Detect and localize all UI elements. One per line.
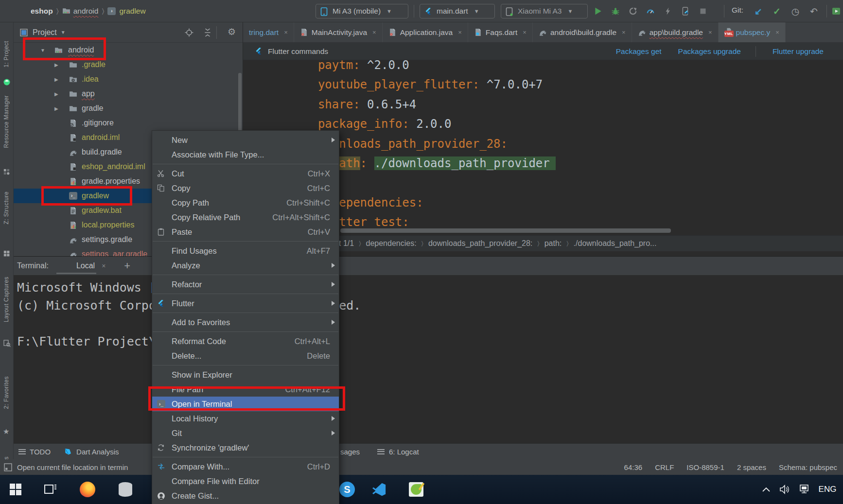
- tab-pubspec-y[interactable]: YMLpubspec.y×: [719, 22, 786, 42]
- tool-button-dart-analysis[interactable]: Dart Analysis: [76, 448, 119, 456]
- tree-item-app[interactable]: ▶app: [14, 87, 243, 101]
- menu-item-copy-path[interactable]: Copy PathCtrl+Shift+C: [152, 195, 339, 210]
- menu-item-refactor[interactable]: Refactor: [152, 277, 339, 292]
- git-revert-button[interactable]: ↶: [808, 5, 820, 17]
- status-iso-8859-1[interactable]: ISO-8859-1: [686, 463, 724, 471]
- window-icon[interactable]: [830, 5, 842, 17]
- git-update-button[interactable]: ↙: [753, 5, 764, 17]
- close-icon[interactable]: ×: [523, 29, 527, 36]
- stripe-button-layout-captures[interactable]: Layout Captures: [3, 277, 10, 322]
- stop-button[interactable]: [697, 5, 709, 17]
- project-view-selector[interactable]: Project: [33, 28, 57, 37]
- stripe-button-resource-manager[interactable]: Resource Manager: [3, 95, 10, 148]
- tree-item-idea[interactable]: ▶.idea: [14, 72, 243, 87]
- task-view-button[interactable]: [42, 481, 59, 498]
- notepadpp-icon[interactable]: [407, 481, 425, 498]
- status-schema-pubspec[interactable]: Schema: pubspec: [779, 463, 837, 471]
- tray-chevron-up-icon[interactable]: [757, 481, 775, 498]
- tree-item-gradle[interactable]: ▶gradle: [14, 101, 243, 116]
- status-2-spaces[interactable]: 2 spaces: [737, 463, 766, 471]
- close-icon[interactable]: ×: [622, 29, 626, 36]
- editor-breadcrumb-downloads-path-pro[interactable]: ./downloads_path_pro...: [574, 239, 657, 248]
- editor-hscrollbar[interactable]: [340, 228, 671, 233]
- breadcrumb-module[interactable]: android: [73, 7, 99, 16]
- firefox-icon[interactable]: [79, 481, 96, 498]
- profiler-button[interactable]: [627, 5, 639, 17]
- tool-button-todo[interactable]: TODO: [30, 448, 51, 456]
- status-64-36[interactable]: 64:36: [624, 463, 643, 471]
- target-device-selector[interactable]: Xiaomi Mi A3 ▼: [501, 4, 588, 18]
- close-icon[interactable]: ×: [458, 29, 462, 36]
- menu-item-associate-with-file-type[interactable]: Associate with File Type...: [152, 147, 339, 162]
- menu-item-cut[interactable]: CutCtrl+X: [152, 166, 339, 181]
- menu-item-local-history[interactable]: Local History: [152, 411, 339, 426]
- variants-icon[interactable]: [3, 168, 11, 176]
- packages-get-link[interactable]: Packages get: [616, 47, 662, 56]
- stripe-button-1-project[interactable]: 1: Project: [3, 41, 10, 68]
- star-icon[interactable]: ★: [3, 427, 11, 435]
- menu-item-add-to-favorites[interactable]: Add to Favorites: [152, 315, 339, 330]
- tab-mainactivity-java[interactable]: MainActivity.java×: [294, 22, 383, 42]
- status-crlf[interactable]: CRLF: [655, 463, 674, 471]
- database-app-icon[interactable]: [117, 481, 134, 498]
- stripe-button-2-favorites[interactable]: 2: Favorites: [3, 376, 10, 409]
- menu-item-reformat-code[interactable]: Reformat CodeCtrl+Alt+L: [152, 334, 339, 348]
- menu-item-paste[interactable]: PasteCtrl+V: [152, 225, 339, 239]
- tree-scrollbar[interactable]: [238, 73, 242, 134]
- flutter-upgrade-link[interactable]: Flutter upgrade: [773, 47, 824, 56]
- menu-item-show-in-explorer[interactable]: Show in Explorer: [152, 367, 339, 382]
- menu-item-git[interactable]: Git: [152, 426, 339, 440]
- volume-icon[interactable]: [776, 481, 793, 498]
- git-history-button[interactable]: ◷: [790, 5, 801, 17]
- editor-breadcrumb-t-1-1[interactable]: t 1/1: [339, 239, 354, 248]
- skype-icon[interactable]: S: [338, 481, 356, 498]
- tab-android-build-gradle[interactable]: android\build.gradle×: [533, 22, 632, 42]
- menu-item-copy-relative-path[interactable]: Copy Relative PathCtrl+Alt+Shift+C: [152, 210, 339, 225]
- packages-upgrade-link[interactable]: Packages upgrade: [678, 47, 741, 56]
- grid-icon[interactable]: [3, 250, 11, 258]
- close-icon[interactable]: ×: [102, 262, 105, 270]
- gear-icon[interactable]: ⚙: [228, 26, 236, 37]
- stripe-button-z-structure[interactable]: Z: Structure: [3, 191, 10, 224]
- language-indicator[interactable]: ENG: [816, 481, 839, 498]
- menu-item-compare-with[interactable]: Compare With...Ctrl+D: [152, 459, 339, 474]
- android-logo-icon[interactable]: [3, 78, 11, 86]
- close-icon[interactable]: ×: [372, 29, 376, 36]
- menu-item-compare-file-with-editor[interactable]: Compare File with Editor: [152, 474, 339, 488]
- editor-breadcrumb-dependencies[interactable]: dependencies:: [366, 239, 416, 248]
- menu-item-flutter[interactable]: Flutter: [152, 296, 339, 311]
- terminal-tab-local[interactable]: Local: [76, 261, 95, 270]
- toolwindow-toggle-icon[interactable]: [4, 463, 12, 471]
- vscode-icon[interactable]: [370, 481, 388, 498]
- lightning-button[interactable]: [662, 5, 674, 17]
- screenshot-icon[interactable]: [3, 339, 11, 347]
- run-config-selector[interactable]: main.dart ▼: [420, 4, 495, 18]
- network-icon[interactable]: [796, 481, 814, 498]
- menu-item-delete[interactable]: Delete...Delete: [152, 348, 339, 363]
- tree-item-gitignore[interactable]: .gitignore: [14, 116, 243, 130]
- tab-application-java[interactable]: Application.java×: [383, 22, 468, 42]
- close-icon[interactable]: ×: [284, 29, 288, 36]
- close-icon[interactable]: ×: [775, 29, 779, 36]
- git-commit-button[interactable]: ✓: [771, 5, 783, 17]
- menu-item-find-usages[interactable]: Find UsagesAlt+F7: [152, 243, 339, 258]
- run-button[interactable]: [592, 5, 604, 17]
- tab-app-build-gradle[interactable]: app\build.gradle×: [632, 22, 719, 42]
- tab-faqs-dart[interactable]: Faqs.dart×: [468, 22, 533, 42]
- menu-item-synchronize-gradlew[interactable]: Synchronize 'gradlew': [152, 440, 339, 455]
- editor-breadcrumb-path[interactable]: path:: [544, 239, 562, 248]
- menu-item-create-gist[interactable]: Create Gist...: [152, 488, 339, 503]
- debug-button[interactable]: [610, 5, 621, 17]
- performance-button[interactable]: [645, 5, 656, 17]
- attach-flutter-button[interactable]: [680, 5, 691, 17]
- locate-file-button[interactable]: [185, 28, 193, 37]
- collapse-all-button[interactable]: [203, 28, 212, 37]
- editor-breadcrumb-downloads-path-provider-28[interactable]: downloads_path_provider_28:: [428, 239, 532, 248]
- breadcrumb-project[interactable]: eshop: [31, 7, 53, 16]
- start-button[interactable]: [7, 481, 24, 498]
- tool-button-logcat[interactable]: 6: Logcat: [389, 448, 419, 456]
- device-selector[interactable]: Mi A3 (mobile) ▼: [316, 4, 408, 18]
- tool-button-messages[interactable]: sages: [340, 448, 360, 456]
- menu-item-analyze[interactable]: Analyze: [152, 258, 339, 273]
- close-icon[interactable]: ×: [708, 29, 712, 36]
